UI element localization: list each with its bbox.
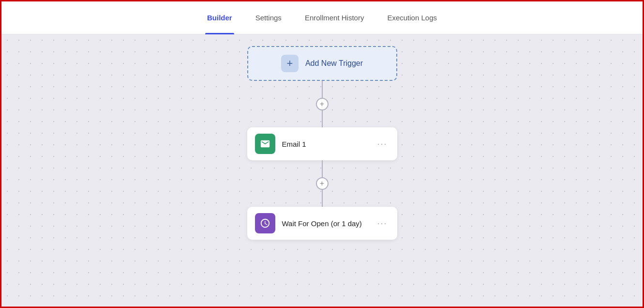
email-step-node[interactable]: Email 1 ··· (247, 127, 397, 160)
trigger-plus-icon: + (281, 55, 299, 72)
connector-seg-bottom-2 (322, 190, 323, 207)
add-step-button-1[interactable]: + (316, 98, 329, 110)
connector-2: + (316, 160, 329, 207)
add-step-button-2[interactable]: + (316, 177, 329, 190)
connector-seg-bottom-1 (322, 110, 323, 127)
builder-canvas: + Add New Trigger + Email 1 ··· (1, 34, 643, 308)
email-step-menu-button[interactable]: ··· (375, 137, 389, 151)
workflow-container: + Add New Trigger + Email 1 ··· (247, 46, 397, 240)
connector-seg-top-2 (322, 160, 323, 177)
connector-1: + (316, 81, 329, 127)
tab-settings[interactable]: Settings (254, 1, 284, 34)
wait-step-label: Wait For Open (or 1 day) (282, 219, 369, 228)
wait-step-node[interactable]: Wait For Open (or 1 day) ··· (247, 207, 397, 240)
email-icon (255, 134, 275, 154)
connector-seg-top-1 (322, 81, 323, 98)
tab-enrollment-history[interactable]: Enrollment History (303, 1, 366, 34)
tab-builder[interactable]: Builder (205, 1, 234, 34)
wait-icon (255, 213, 275, 233)
email-step-label: Email 1 (282, 140, 369, 148)
tab-execution-logs[interactable]: Execution Logs (385, 1, 439, 34)
wait-step-menu-button[interactable]: ··· (375, 216, 389, 231)
trigger-label: Add New Trigger (305, 59, 363, 68)
add-trigger-node[interactable]: + Add New Trigger (247, 46, 397, 81)
tab-bar: Builder Settings Enrollment History Exec… (1, 1, 643, 34)
